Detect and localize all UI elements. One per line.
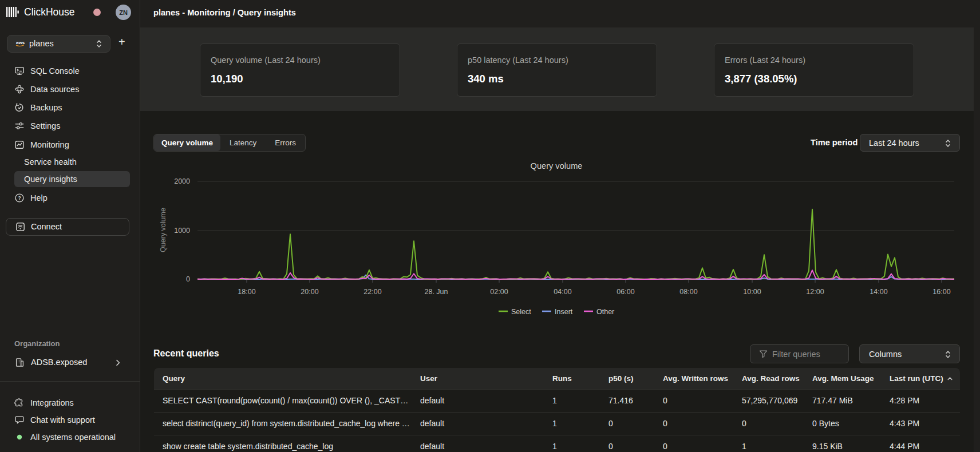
svg-text:?: ? [18,195,21,201]
svg-text:Query volume: Query volume [531,161,583,171]
svg-text:14:00: 14:00 [870,288,887,296]
svg-text:12:00: 12:00 [806,288,824,296]
svg-text:04:00: 04:00 [554,288,571,296]
svg-text:Other: Other [596,308,614,316]
svg-text:28. Jun: 28. Jun [424,288,448,296]
svg-text:1000: 1000 [174,227,190,235]
svg-text:aws: aws [16,40,25,45]
svg-text:10:00: 10:00 [743,288,761,296]
svg-text:0: 0 [186,275,190,283]
svg-text:02:00: 02:00 [490,288,508,296]
svg-text:Select: Select [511,308,531,316]
svg-text:18:00: 18:00 [238,288,255,296]
svg-text:20:00: 20:00 [301,288,318,296]
svg-text:Insert: Insert [555,308,573,316]
svg-text:2000: 2000 [174,177,190,185]
svg-text:Query volume: Query volume [159,208,167,252]
svg-text:22:00: 22:00 [363,288,381,296]
svg-text:08:00: 08:00 [679,288,697,296]
svg-text:06:00: 06:00 [617,288,634,296]
svg-text:16:00: 16:00 [932,288,950,296]
